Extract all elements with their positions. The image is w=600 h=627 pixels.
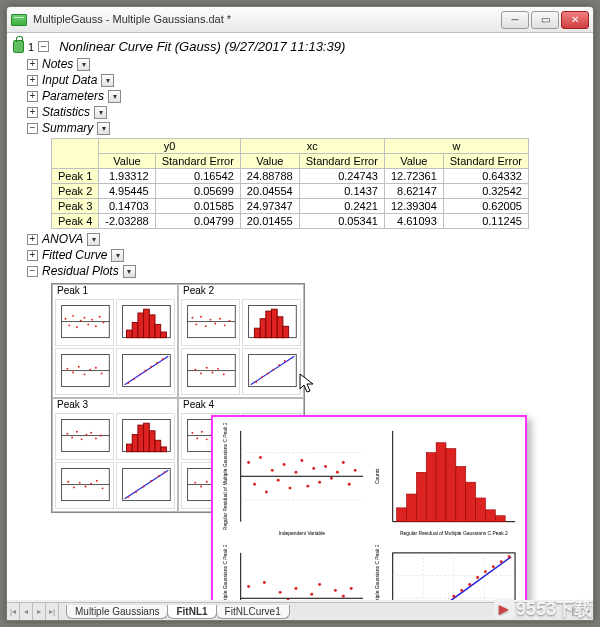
toggle-notes[interactable]: +: [27, 59, 38, 70]
tab-nav-first[interactable]: |◂: [7, 603, 20, 620]
table-row[interactable]: Peak 3 0.14703 0.01585 24.97347 0.2421 1…: [52, 199, 529, 214]
svg-point-60: [200, 372, 202, 374]
svg-rect-18: [149, 315, 155, 338]
svg-point-150: [277, 479, 280, 482]
plot-label: Peak 2: [183, 285, 214, 296]
section-anova: ANOVA: [42, 232, 83, 246]
dropdown-input-data[interactable]: ▾: [101, 74, 114, 87]
section-input-data: Input Data: [42, 73, 97, 87]
table-row[interactable]: Peak 4 -2.03288 0.04799 20.01455 0.05341…: [52, 214, 529, 229]
svg-rect-176: [476, 498, 486, 522]
dropdown-fitted-curve[interactable]: ▾: [111, 249, 124, 262]
sheet-tab[interactable]: Multiple Gaussians: [66, 605, 168, 619]
tab-nav-last[interactable]: ▸|: [46, 603, 59, 620]
sheet-tab[interactable]: FitNLCurve1: [216, 605, 290, 619]
residual-histogram-icon: [116, 299, 175, 346]
svg-point-41: [192, 317, 194, 319]
svg-point-111: [196, 437, 198, 439]
plot-cell-peak3[interactable]: Peak 3: [52, 398, 178, 512]
tab-nav-prev[interactable]: ◂: [20, 603, 33, 620]
svg-point-112: [201, 431, 203, 433]
svg-point-152: [289, 487, 292, 490]
svg-point-159: [330, 477, 333, 480]
svg-point-183: [247, 585, 250, 588]
report-title: Nonlinear Curve Fit (Gauss) (9/27/2017 1…: [59, 39, 345, 54]
svg-point-160: [336, 471, 339, 474]
lock-icon[interactable]: [13, 40, 24, 53]
plot-cell-peak1[interactable]: Peak 1: [52, 284, 178, 398]
svg-point-47: [219, 318, 221, 320]
toggle-input-data[interactable]: +: [27, 75, 38, 86]
popup-residual-histogram: Regular Residual of Multiple Gaussians C…: [371, 423, 519, 541]
popup-residual-order: Point # Regular Residual of Multiple Gau…: [219, 545, 367, 600]
section-summary: Summary: [42, 121, 93, 135]
svg-point-9: [91, 319, 93, 321]
toggle-statistics[interactable]: +: [27, 107, 38, 118]
svg-point-147: [259, 456, 262, 459]
svg-point-25: [78, 366, 80, 368]
svg-point-27: [89, 369, 91, 371]
svg-rect-20: [161, 332, 167, 338]
dropdown-statistics[interactable]: ▾: [94, 106, 107, 119]
residual-order-scatter-icon: [55, 348, 114, 395]
dropdown-parameters[interactable]: ▾: [108, 90, 121, 103]
svg-point-194: [334, 589, 337, 592]
svg-point-2: [65, 318, 67, 320]
svg-point-107: [164, 471, 166, 473]
toggle-report[interactable]: −: [38, 41, 49, 52]
tab-nav-next[interactable]: ▸: [33, 603, 46, 620]
section-notes: Notes: [42, 57, 73, 71]
svg-point-49: [229, 320, 231, 322]
svg-rect-90: [161, 447, 167, 452]
svg-point-102: [127, 496, 129, 498]
sheet-tab-active[interactable]: FitNL1: [167, 605, 216, 619]
col-sub: Standard Error: [443, 154, 528, 169]
dropdown-residual-plots[interactable]: ▾: [123, 265, 136, 278]
dropdown-summary[interactable]: ▾: [97, 122, 110, 135]
toggle-fitted-curve[interactable]: +: [27, 250, 38, 261]
svg-point-128: [194, 482, 196, 484]
col-group-y0: y0: [99, 139, 241, 154]
plot-label: Peak 3: [57, 399, 88, 410]
toggle-parameters[interactable]: +: [27, 91, 38, 102]
table-row[interactable]: Peak 1 1.93312 0.16542 24.88788 0.24743 …: [52, 169, 529, 184]
titlebar[interactable]: MultipleGauss - Multiple Gaussians.dat *…: [7, 7, 593, 33]
plot-cell-peak2[interactable]: Peak 2: [178, 284, 304, 398]
svg-text:Regular Residual of Multiple G: Regular Residual of Multiple Gaussians C…: [223, 545, 228, 600]
svg-point-221: [508, 556, 511, 559]
col-group-xc: xc: [240, 139, 384, 154]
svg-point-187: [279, 591, 282, 594]
report-content: 1 − Nonlinear Curve Fit (Gauss) (9/27/20…: [7, 33, 593, 600]
toggle-summary[interactable]: −: [27, 123, 38, 134]
dropdown-notes[interactable]: ▾: [77, 58, 90, 71]
svg-point-95: [79, 482, 81, 484]
toggle-anova[interactable]: +: [27, 234, 38, 245]
svg-line-101: [125, 470, 169, 499]
residual-plot-popup[interactable]: Independent Variable Regular Residual of…: [211, 415, 527, 600]
toggle-residual-plots[interactable]: −: [27, 266, 38, 277]
report-tree: + Notes ▾ + Input Data ▾ + Parameters ▾ …: [27, 56, 583, 563]
dropdown-anova[interactable]: ▾: [87, 233, 100, 246]
qq-plot-icon: [116, 348, 175, 395]
svg-rect-84: [127, 444, 133, 452]
svg-point-106: [158, 475, 160, 477]
maximize-button[interactable]: ▭: [531, 11, 559, 29]
svg-point-48: [224, 324, 226, 326]
svg-point-220: [500, 561, 503, 564]
svg-point-80: [90, 432, 92, 434]
qq-plot-icon: [242, 348, 301, 395]
svg-point-153: [294, 471, 297, 474]
svg-point-5: [76, 326, 78, 328]
col-sub: Value: [384, 154, 443, 169]
svg-text:Counts: Counts: [375, 468, 380, 484]
residual-order-scatter-icon: [181, 348, 240, 395]
minimize-button[interactable]: ─: [501, 11, 529, 29]
col-sub: Value: [99, 154, 155, 169]
svg-rect-52: [260, 319, 266, 338]
close-button[interactable]: ✕: [561, 11, 589, 29]
table-row[interactable]: Peak 2 4.95445 0.05699 20.04554 0.1437 8…: [52, 184, 529, 199]
sheet-tab-bar: |◂ ◂ ▸ ▸| Multiple Gaussians FitNL1 FitN…: [7, 602, 593, 620]
svg-point-78: [81, 438, 83, 440]
svg-rect-172: [436, 443, 446, 522]
svg-point-35: [145, 370, 147, 372]
